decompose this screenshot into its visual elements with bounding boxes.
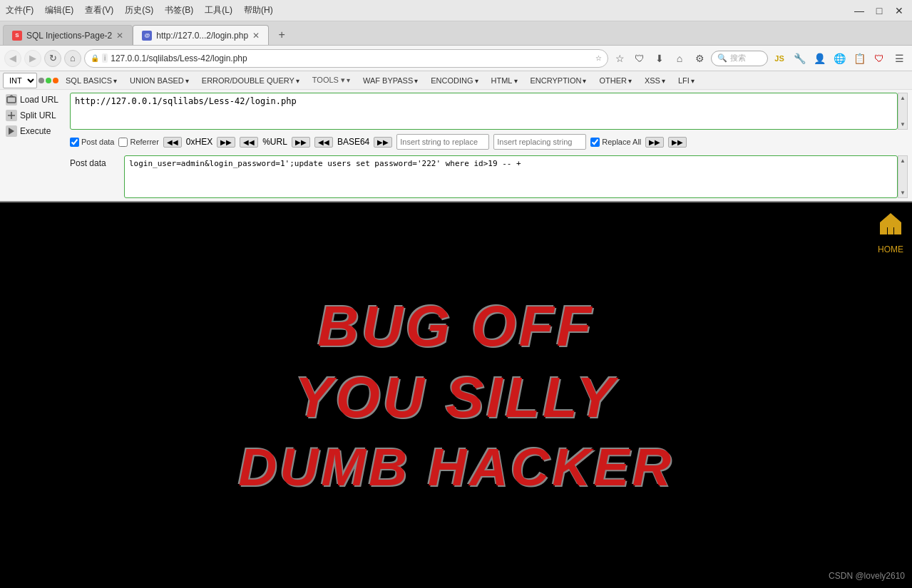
menu-error-double[interactable]: ERROR/DOUBLE QUERY (196, 75, 305, 86)
forward-button[interactable]: ▶ (24, 50, 41, 67)
home-nav-button[interactable]: ⌂ (64, 50, 81, 67)
settings-button[interactable]: ⚙ (691, 50, 708, 67)
svg-marker-3 (9, 128, 14, 135)
new-tab-button[interactable]: + (272, 25, 292, 45)
post-scrollbar: ▲ ▼ (898, 155, 908, 198)
menu-waf-bypass[interactable]: WAF BYPASS (357, 75, 424, 86)
split-url-action[interactable]: Split URL (3, 108, 67, 123)
search-icon: 🔍 (717, 53, 727, 63)
menu-tools[interactable]: 工具(L) (205, 4, 232, 16)
home-button[interactable]: ⌂ (671, 50, 688, 67)
web-content: HOME BUG OFF YOU SILLY DUMB HACKER CSDN … (0, 202, 912, 588)
url-scrollbar: ▲ ▼ (898, 93, 908, 130)
url-left-arrow[interactable]: ◀◀ (240, 137, 258, 148)
titlebar: 文件(F) 编辑(E) 查看(V) 历史(S) 书签(B) 工具(L) 帮助(H… (0, 0, 912, 21)
execute-action[interactable]: Execute (3, 124, 67, 138)
menu-history[interactable]: 历史(S) (125, 4, 153, 16)
refresh-button[interactable]: ↻ (44, 50, 61, 67)
svg-rect-0 (7, 97, 16, 103)
tab-login-php[interactable]: @ http://127.0...2/login.php ✕ (133, 25, 269, 45)
extension1-button[interactable]: 🔧 (791, 50, 808, 67)
post-data-checkbox[interactable] (70, 138, 79, 147)
post-data-ctrl: Post data (70, 138, 114, 147)
scroll-down-arrow[interactable]: ▼ (900, 121, 906, 128)
dot-gray (39, 78, 44, 83)
download-button[interactable]: ⬇ (651, 50, 668, 67)
menu-encoding[interactable]: ENCODING (425, 75, 483, 86)
insert-string-input[interactable] (396, 134, 489, 150)
plugin-panel: Load URL Split URL Execute http://127.0.… (0, 90, 912, 202)
tab-login-close[interactable]: ✕ (252, 31, 260, 41)
hex-left-arrow[interactable]: ◀◀ (163, 137, 182, 148)
post-section: Post data login_user=admin&login_passwor… (70, 155, 908, 198)
replace-arrow2[interactable]: ▶▶ (668, 137, 687, 148)
menu-tools[interactable]: TOOLS ▾ (307, 74, 356, 86)
base64-left-arrow[interactable]: ◀◀ (314, 137, 333, 148)
search-bar[interactable]: 🔍 搜索 (711, 51, 768, 66)
search-placeholder: 搜索 (730, 53, 746, 63)
menu-html[interactable]: HTML (486, 75, 523, 86)
status-dots (39, 78, 58, 83)
referrer-checkbox[interactable] (118, 138, 128, 147)
base64-right-arrow[interactable]: ▶▶ (374, 137, 392, 148)
hex-right-arrow[interactable]: ▶▶ (217, 137, 235, 148)
post-data-input[interactable]: login_user=admin&login_password=1';updat… (124, 155, 898, 198)
maximize-button[interactable]: □ (872, 4, 886, 18)
dumb-hacker-text: DUMB HACKER (238, 436, 674, 497)
bookmark-star-button[interactable]: ☆ (611, 50, 628, 67)
plugin-main: http://127.0.0.1/sqlilabs/Less-42/login.… (70, 93, 908, 198)
scroll-up-arrow[interactable]: ▲ (900, 95, 906, 101)
copy-button[interactable]: 📋 (851, 50, 868, 67)
url-input[interactable]: http://127.0.0.1/sqlilabs/Less-42/login.… (70, 93, 898, 130)
address-bar[interactable]: 🔒 i 127.0.0.1/sqlilabs/Less-42/login.php… (84, 49, 608, 68)
replace-all-checkbox[interactable] (590, 138, 600, 147)
lock-icon: 🔒 (91, 54, 99, 62)
home-button-web[interactable]: HOME (876, 210, 905, 254)
menu-view[interactable]: 查看(V) (85, 4, 113, 16)
footer: CSDN @lovely2610 (829, 571, 905, 581)
menu-union-based[interactable]: UNION BASED (124, 75, 195, 86)
menu-button[interactable]: ☰ (891, 50, 908, 67)
bug-off-text: BUG OFF (318, 294, 595, 359)
replace-arrow1[interactable]: ▶▶ (645, 137, 664, 148)
menu-edit[interactable]: 编辑(E) (45, 4, 73, 16)
vpn-button[interactable]: 🌐 (831, 50, 848, 67)
menu-xss[interactable]: XSS (639, 75, 671, 86)
int-dropdown[interactable]: INT (3, 73, 37, 88)
user-button[interactable]: 👤 (811, 50, 828, 67)
close-button[interactable]: ✕ (892, 4, 906, 18)
execute-icon (6, 125, 17, 137)
back-button[interactable]: ◀ (4, 50, 21, 67)
menu-sql-basics[interactable]: SQL BASICS (60, 75, 123, 86)
menu-file[interactable]: 文件(F) (6, 4, 34, 16)
referrer-label: Referrer (130, 138, 158, 146)
home-label: HOME (878, 244, 903, 254)
menu-other[interactable]: OTHER (593, 75, 637, 86)
menu-encryption[interactable]: ENCRYPTION (525, 75, 593, 86)
address-toolbar: ◀ ▶ ↻ ⌂ 🔒 i 127.0.0.1/sqlilabs/Less-42/l… (0, 46, 912, 71)
load-url-icon (6, 94, 17, 105)
you-silly-text: YOU SILLY (294, 365, 617, 430)
insert-replacing-input[interactable] (493, 134, 586, 150)
post-scroll-down[interactable]: ▼ (900, 190, 906, 196)
bookmark-icon[interactable]: ☆ (595, 54, 602, 62)
replace-all-ctrl: Replace All (590, 138, 641, 147)
tabbar: S SQL Injections-Page-2 ✕ @ http://127.0… (0, 21, 912, 46)
base64-label: BASE64 (337, 137, 369, 147)
js-button[interactable]: JS (771, 50, 788, 67)
menu-help[interactable]: 帮助(H) (244, 4, 273, 16)
url-right-arrow[interactable]: ▶▶ (292, 137, 310, 148)
menu-bookmarks[interactable]: 书签(B) (165, 4, 193, 16)
svg-rect-5 (888, 227, 893, 234)
tab-sql-label: SQL Injections-Page-2 (26, 31, 112, 41)
security-icon: 🛡 (871, 50, 888, 67)
post-scroll-up[interactable]: ▲ (900, 158, 906, 164)
tab-sql-injections[interactable]: S SQL Injections-Page-2 ✕ (3, 25, 133, 45)
home-house-icon (876, 210, 905, 244)
tab-login-label: http://127.0...2/login.php (156, 31, 248, 41)
minimize-button[interactable]: — (852, 4, 866, 18)
menu-lfi[interactable]: LFI (672, 75, 700, 86)
window-controls: — □ ✕ (852, 4, 906, 18)
tab-sql-close[interactable]: ✕ (116, 31, 123, 41)
load-url-action[interactable]: Load URL (3, 93, 67, 107)
